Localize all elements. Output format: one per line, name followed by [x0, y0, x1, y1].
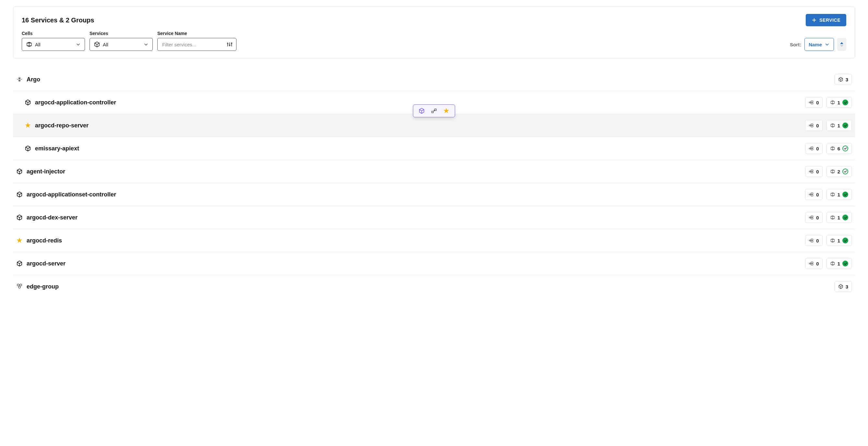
cells-icon	[830, 123, 835, 128]
stat-links[interactable]: 0	[805, 258, 822, 269]
stat-links-value: 0	[816, 261, 819, 267]
stat-cells[interactable]: 1	[827, 212, 852, 223]
stat-cells-value: 2	[838, 169, 840, 174]
service-name: argocd-repo-server	[35, 122, 89, 129]
cells-icon	[26, 41, 32, 48]
cells-icon	[830, 100, 835, 105]
stat-links[interactable]: 0	[805, 212, 822, 223]
filters-left: Cells All Services All Service Nam	[22, 31, 237, 51]
group-row[interactable]: Argo 3	[13, 68, 855, 91]
row-action-popover: ★	[413, 104, 455, 117]
stat-cells[interactable]: 1	[827, 189, 852, 200]
service-row[interactable]: emissary-apiext 0 6	[13, 137, 855, 160]
stat-cells[interactable]: 2	[827, 166, 852, 177]
cells-icon	[830, 215, 835, 220]
services-filter-label: Services	[90, 31, 153, 36]
star-icon: ★	[25, 122, 31, 129]
link-icon	[809, 169, 814, 174]
link-icon	[809, 238, 814, 243]
stat-cells-value: 1	[838, 238, 840, 243]
cube-icon	[16, 191, 23, 198]
panel-title: 16 Services & 2 Groups	[22, 16, 94, 24]
status-check-icon	[842, 261, 848, 267]
chevron-down-icon	[75, 42, 81, 47]
cube-icon	[16, 260, 23, 267]
cells-icon	[830, 192, 835, 197]
stat-cells[interactable]: 1	[827, 120, 852, 131]
stat-links-value: 0	[816, 192, 819, 197]
link-icon	[809, 215, 814, 220]
status-check-icon	[842, 145, 848, 151]
status-check-icon	[842, 123, 848, 128]
status-check-icon	[842, 192, 848, 197]
stat-links[interactable]: 0	[805, 189, 822, 200]
cube-icon	[838, 77, 843, 82]
sort-direction-toggle[interactable]	[837, 38, 846, 51]
service-row[interactable]: argocd-server 0 1	[13, 252, 855, 275]
stat-links[interactable]: 0	[805, 166, 822, 177]
adjust-icon[interactable]	[226, 41, 233, 48]
name-filter-label: Service Name	[157, 31, 237, 36]
service-row[interactable]: agent-injector 0 2	[13, 160, 855, 183]
cells-select[interactable]: All	[22, 38, 85, 51]
cells-select-value: All	[35, 42, 40, 47]
service-row[interactable]: ★ argocd-redis 0 1	[13, 229, 855, 252]
service-name: argocd-application-controller	[35, 99, 116, 106]
status-check-icon	[842, 100, 848, 105]
services-filter-block: Services All	[90, 31, 153, 51]
service-name: argocd-dex-server	[27, 214, 78, 221]
service-name: argocd-server	[27, 260, 65, 267]
stat-links-value: 0	[816, 123, 819, 128]
group-children: argocd-application-controller 0 1 ★ ★ ar…	[13, 91, 855, 160]
stat-cells-value: 1	[838, 100, 840, 105]
services-select-value: All	[103, 42, 108, 47]
chevron-down-icon	[143, 42, 149, 47]
cube-icon	[94, 41, 100, 48]
stat-links[interactable]: 0	[805, 143, 822, 154]
stat-cells[interactable]: 1	[827, 258, 852, 269]
service-row[interactable]: argocd-dex-server 0 1	[13, 206, 855, 229]
cubes-icon	[16, 283, 23, 290]
group-count-value: 3	[846, 284, 848, 289]
stat-cells[interactable]: 6	[827, 143, 852, 154]
group-count[interactable]: 3	[835, 281, 852, 292]
cells-filter-label: Cells	[22, 31, 85, 36]
plus-icon	[812, 18, 817, 23]
cells-filter-block: Cells All	[22, 31, 85, 51]
service-row[interactable]: argocd-applicationset-controller 0 1	[13, 183, 855, 206]
group-collapse-icon	[16, 76, 23, 83]
stat-cells-value: 1	[838, 192, 840, 197]
stat-links-value: 0	[816, 238, 819, 243]
stat-links-value: 0	[816, 100, 819, 105]
group-count[interactable]: 3	[835, 74, 852, 85]
cube-icon	[418, 108, 425, 114]
add-service-label: SERVICE	[819, 18, 840, 23]
add-service-button[interactable]: SERVICE	[806, 14, 846, 26]
link-icon	[809, 123, 814, 128]
cells-icon	[830, 261, 835, 266]
service-name: argocd-applicationset-controller	[27, 191, 116, 198]
services-select[interactable]: All	[90, 38, 153, 51]
service-row[interactable]: ★ ★ argocd-repo-server 0 1	[13, 114, 855, 137]
sort-select[interactable]: Name	[804, 38, 834, 51]
stat-cells[interactable]: 1	[827, 235, 852, 246]
stat-links[interactable]: 0	[805, 235, 822, 246]
link-icon	[809, 192, 814, 197]
sort-label: Sort:	[790, 42, 801, 47]
filter-panel: 16 Services & 2 Groups SERVICE Cells All…	[13, 6, 855, 58]
name-filter-input[interactable]	[162, 42, 224, 47]
stat-links[interactable]: 0	[805, 97, 822, 108]
cube-icon	[25, 99, 31, 106]
collapse-icon	[431, 108, 437, 114]
link-icon	[809, 261, 814, 266]
stat-links[interactable]: 0	[805, 120, 822, 131]
sort-value: Name	[809, 42, 822, 47]
cube-icon	[25, 145, 31, 152]
group-row[interactable]: edge-group 3	[13, 275, 855, 298]
group-count-value: 3	[846, 77, 848, 82]
group-name: edge-group	[27, 283, 59, 290]
name-filter-inputbox[interactable]	[157, 38, 237, 51]
stat-links-value: 0	[816, 146, 819, 151]
stat-cells[interactable]: 1	[827, 97, 852, 108]
star-icon[interactable]: ★	[443, 107, 450, 114]
